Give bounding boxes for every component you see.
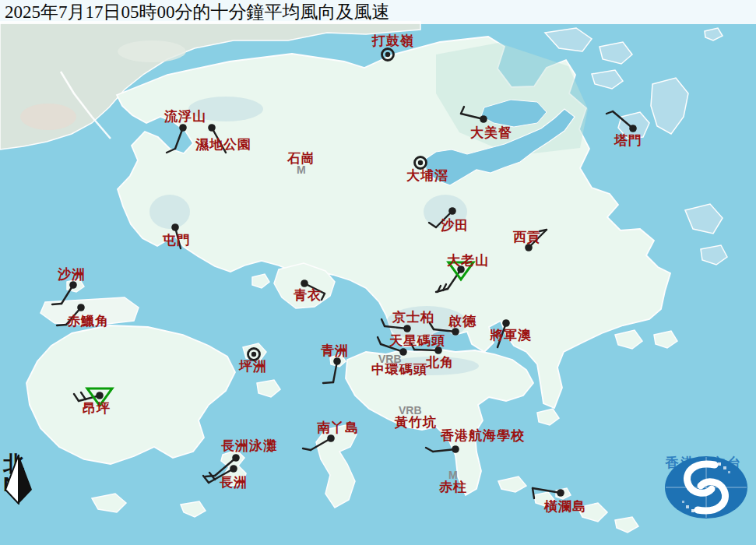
title-bar: 2025年7月17日05時00分的十分鐘平均風向及風速 bbox=[0, 0, 756, 24]
station-label-tsing-yi: 青衣 bbox=[294, 289, 322, 302]
hko-logo: 香港天文台 HONG KONG OBSERVATORY bbox=[652, 455, 756, 487]
station-label-peng-chau: 坪洲 bbox=[239, 360, 267, 373]
station-labels-layer: 打鼓嶺流浮山濕地公園石崗M大美督塔門大埔滘沙田屯門西貢大老山沙洲青衣赤鱲角京士柏… bbox=[0, 0, 756, 545]
station-annotation-wong-chuk-hang: VRB bbox=[399, 405, 422, 416]
station-label-stanley: 赤柱 bbox=[439, 480, 467, 494]
station-label-star-ferry: 天星碼頭 bbox=[389, 334, 445, 347]
station-label-wong-chuk-hang: 黃竹坑 bbox=[395, 416, 437, 429]
station-label-tates-cairn: 大老山 bbox=[447, 254, 489, 267]
station-label-tseung-kwan-o: 將軍澳 bbox=[490, 329, 532, 342]
station-label-green-island: 青洲 bbox=[321, 344, 349, 357]
station-label-sha-chau: 沙洲 bbox=[58, 268, 86, 281]
station-label-north-point: 北角 bbox=[426, 356, 454, 369]
station-label-tap-mun: 塔門 bbox=[614, 134, 642, 147]
station-annotation-central-pier: VRB bbox=[378, 353, 402, 364]
station-label-cheung-chau-beach: 長洲泳灘 bbox=[221, 439, 277, 452]
station-label-sai-kung: 西貢 bbox=[513, 230, 541, 244]
map-title: 2025年7月17日05時00分的十分鐘平均風向及風速 bbox=[0, 0, 756, 24]
station-label-hk-sea-school: 香港航海學校 bbox=[441, 429, 525, 442]
station-annotation-shek-kong: M bbox=[297, 164, 306, 175]
north-arrow-icon bbox=[2, 453, 36, 505]
station-label-lau-fau-shan: 流浮山 bbox=[164, 110, 206, 123]
north-indicator: 北 N bbox=[2, 453, 37, 494]
station-label-wetland-park: 濕地公園 bbox=[195, 138, 251, 151]
hko-logo-icon bbox=[652, 455, 756, 520]
station-label-tai-po-kau: 大埔滘 bbox=[406, 169, 448, 182]
station-label-ngong-ping: 昂坪 bbox=[83, 402, 111, 415]
station-label-cheung-chau: 長洲 bbox=[220, 476, 248, 489]
station-label-kings-park: 京士柏 bbox=[392, 311, 434, 324]
station-annotation-stanley: M bbox=[448, 469, 458, 480]
station-label-sha-tin: 沙田 bbox=[441, 219, 469, 232]
station-label-ta-kwu-ling: 打鼓嶺 bbox=[372, 34, 414, 47]
station-label-tai-mei-tuk: 大美督 bbox=[470, 126, 512, 139]
station-label-waglan-island: 橫瀾島 bbox=[544, 500, 586, 513]
wind-map: 打鼓嶺流浮山濕地公園石崗M大美督塔門大埔滘沙田屯門西貢大老山沙洲青衣赤鱲角京士柏… bbox=[0, 0, 756, 545]
station-label-chek-lap-kok: 赤鱲角 bbox=[67, 315, 109, 328]
station-label-kai-tak: 啟德 bbox=[448, 315, 476, 328]
station-label-tuen-mun: 屯門 bbox=[163, 234, 191, 247]
station-label-lamma-island: 南丫島 bbox=[317, 421, 359, 434]
